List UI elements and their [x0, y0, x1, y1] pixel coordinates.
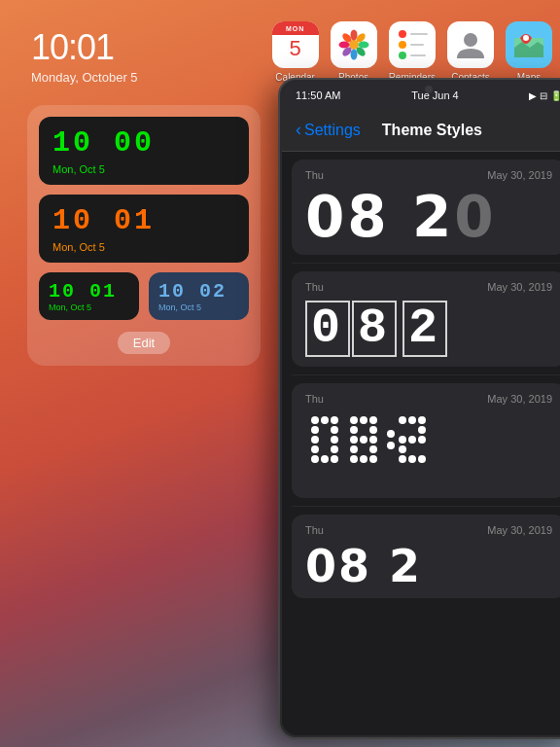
theme1-day: Thu [305, 169, 324, 181]
edit-button[interactable]: Edit [118, 332, 170, 354]
theme1-header: Thu May 30, 2019 [305, 169, 552, 181]
theme-item-4[interactable]: Thu May 30, 2019 08 2 [292, 515, 560, 598]
svg-point-18 [331, 436, 338, 444]
svg-point-14 [331, 416, 338, 424]
photos-icon[interactable] [331, 21, 377, 68]
widget-orange-full[interactable]: 10 01 Mon, Oct 5 [39, 195, 249, 263]
divider-1 [292, 263, 560, 264]
widget-panel: 10 00 Mon, Oct 5 10 01 Mon, Oct 5 10 01 … [27, 105, 261, 366]
svg-point-30 [360, 436, 368, 444]
svg-point-25 [360, 416, 368, 424]
app-icon-photos-wrapper[interactable]: Photos [331, 21, 377, 83]
svg-point-41 [418, 416, 426, 424]
divider-2 [292, 374, 560, 375]
widget4-clock: 10 02 [158, 280, 239, 302]
svg-point-27 [350, 426, 358, 434]
ipad-back-button[interactable]: ‹ Settings [296, 120, 361, 140]
svg-point-1 [350, 30, 357, 41]
widget-green-half[interactable]: 10 01 Mon, Oct 5 [39, 272, 139, 320]
theme3-day: Thu [305, 393, 324, 405]
theme2-day: Thu [305, 281, 324, 293]
ipad-screen: 11:50 AM Tue Jun 4 ▶ ⊟ 🔋 ‹ Settings Them… [282, 82, 560, 735]
theme2-date: May 30, 2019 [487, 281, 552, 293]
svg-point-32 [350, 445, 358, 453]
svg-point-9 [464, 33, 477, 47]
svg-point-26 [369, 416, 377, 424]
svg-point-11 [523, 35, 529, 41]
svg-point-15 [311, 426, 319, 434]
theme3-date: May 30, 2019 [487, 393, 552, 405]
svg-point-49 [418, 455, 426, 463]
ipad-device: 11:50 AM Tue Jun 4 ▶ ⊟ 🔋 ‹ Settings Them… [278, 78, 560, 739]
ipad-time: 11:50 AM [296, 89, 340, 101]
widget-blue-half[interactable]: 10 02 Mon, Oct 5 [149, 272, 249, 320]
svg-point-34 [350, 455, 358, 463]
svg-point-29 [350, 436, 358, 444]
svg-point-37 [387, 430, 395, 438]
widget1-clock: 10 00 [52, 126, 235, 160]
svg-point-44 [408, 436, 416, 444]
svg-point-5 [350, 50, 357, 60]
app-icon-contacts-wrapper[interactable]: Contacts [447, 21, 494, 83]
widget1-label: Mon, Oct 5 [52, 163, 235, 175]
back-chevron-icon: ‹ [296, 120, 301, 140]
maps-icon[interactable] [506, 21, 552, 68]
app-icons-row: MON 5 Calendar Photos [272, 21, 552, 83]
svg-point-36 [369, 455, 377, 463]
svg-point-43 [399, 436, 406, 444]
svg-point-33 [369, 445, 377, 453]
contacts-icon[interactable] [447, 21, 494, 68]
svg-point-13 [321, 416, 329, 424]
calendar-day-abbr: MON [286, 25, 304, 32]
calendar-icon[interactable]: MON 5 [272, 21, 319, 68]
home-date: Monday, October 5 [31, 70, 138, 85]
divider-3 [292, 506, 560, 507]
svg-point-20 [331, 445, 338, 453]
svg-point-35 [360, 455, 368, 463]
theme-item-2[interactable]: Thu May 30, 2019 082 [292, 271, 560, 367]
app-icon-maps-wrapper[interactable]: Maps [506, 21, 552, 83]
ipad-navbar: ‹ Settings Theme Styles [282, 109, 560, 152]
svg-point-22 [321, 455, 329, 463]
ipad-date: Tue Jun 4 [411, 89, 459, 101]
calendar-day-num: 5 [290, 36, 301, 61]
ipad-nav-title: Theme Styles [382, 122, 482, 139]
theme-list[interactable]: Thu May 30, 2019 08 20 Thu May 30, 2019 … [282, 152, 560, 735]
svg-point-16 [331, 426, 338, 434]
widget2-label: Mon, Oct 5 [52, 241, 235, 253]
ipad-status-icons: ▶ ⊟ 🔋 [529, 90, 560, 101]
app-icon-reminders-wrapper[interactable]: Reminders [389, 21, 436, 83]
theme3-clock [305, 412, 552, 488]
widget2-clock: 10 01 [52, 204, 235, 237]
theme1-clock: 08 20 [305, 189, 552, 245]
home-time-block: 10:01 Monday, October 5 [31, 27, 138, 85]
theme-item-3[interactable]: Thu May 30, 2019 [292, 383, 560, 498]
widget4-label: Mon, Oct 5 [158, 302, 239, 312]
svg-point-47 [399, 455, 406, 463]
theme1-date: May 30, 2019 [487, 169, 552, 181]
svg-point-28 [369, 426, 377, 434]
svg-point-39 [399, 416, 406, 424]
svg-point-31 [369, 436, 377, 444]
svg-point-3 [358, 42, 368, 49]
svg-point-40 [408, 416, 416, 424]
svg-point-46 [399, 445, 406, 453]
theme4-header: Thu May 30, 2019 [305, 524, 552, 536]
reminders-icon[interactable] [389, 21, 436, 68]
widget-row: 10 01 Mon, Oct 5 10 02 Mon, Oct 5 [39, 272, 249, 320]
ipad-camera [425, 86, 433, 93]
svg-point-19 [311, 445, 319, 453]
ipad-statusbar: 11:50 AM Tue Jun 4 ▶ ⊟ 🔋 [282, 82, 560, 109]
theme-item-1[interactable]: Thu May 30, 2019 08 20 [292, 160, 560, 255]
widget-green-full[interactable]: 10 00 Mon, Oct 5 [39, 117, 249, 185]
app-icon-calendar-wrapper[interactable]: MON 5 Calendar [272, 21, 319, 83]
svg-point-7 [338, 42, 349, 49]
svg-point-38 [387, 442, 395, 449]
svg-point-12 [311, 416, 319, 424]
theme2-header: Thu May 30, 2019 [305, 281, 552, 293]
svg-point-21 [311, 455, 319, 463]
svg-point-48 [408, 455, 416, 463]
theme3-header: Thu May 30, 2019 [305, 393, 552, 405]
widget3-label: Mon, Oct 5 [49, 302, 129, 312]
home-clock: 10:01 [31, 27, 138, 68]
